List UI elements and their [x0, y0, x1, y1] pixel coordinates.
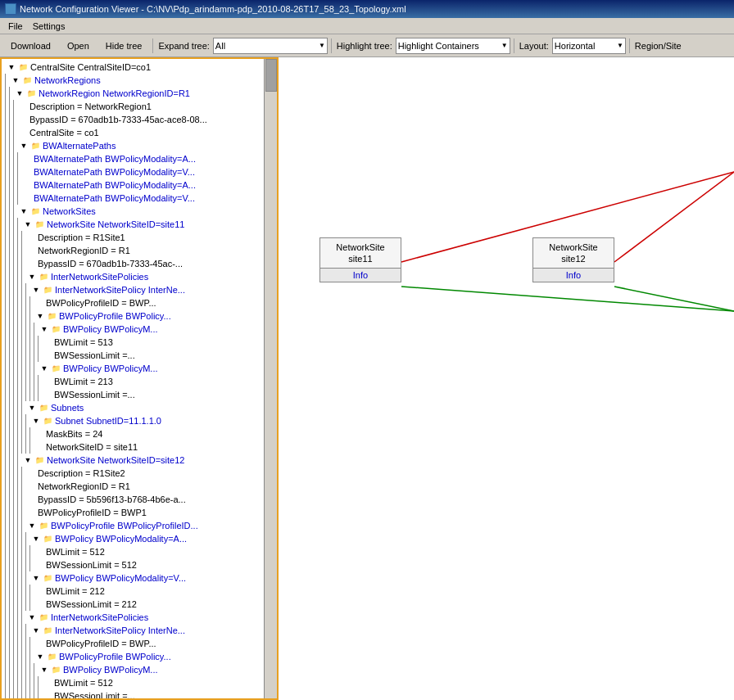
site12-line1: NetworkSite [535, 242, 612, 253]
sep3 [514, 38, 514, 53]
site12-line2: site12 [535, 253, 612, 264]
tree-scroll-thumb[interactable] [265, 59, 277, 92]
site12-info-button[interactable]: Info [533, 268, 614, 282]
expand-tree-label: Expand tree: [158, 41, 209, 51]
centralsite-label: CentralSite = co1 [29, 126, 99, 139]
tree-node-site12: ▼ 📁 NetworkSite NetworkSiteID=site12 Des… [21, 454, 277, 700]
open-button[interactable]: Open [60, 37, 97, 55]
highlight-tree-dropdown-arrow: ▼ [501, 42, 508, 49]
networkregions-row[interactable]: ▼ 📁 NetworkRegions [9, 74, 277, 87]
tree-panel[interactable]: ▼ 📁 CentralSite CentralSiteID=co1 ▼ 📁 Ne… [0, 57, 279, 700]
network-node-site12: NetworkSite site12 Info [532, 237, 614, 282]
tree-node-networkregion-r1: ▼ 📁 NetworkRegion NetworkRegionID=R1 Des… [13, 87, 277, 700]
highlight-tree-label: Highlight tree: [337, 41, 392, 51]
networkregions-icon: 📁 [21, 75, 33, 86]
bypassid-label: BypassID = 670adb1b-7333-45ac-ace8-08... [29, 113, 207, 126]
r1-label: NetworkRegion NetworkRegionID=R1 [39, 87, 190, 100]
download-button[interactable]: Download [3, 37, 58, 55]
site11-info-button[interactable]: Info [320, 268, 401, 282]
tree-scrollbar[interactable] [264, 59, 277, 698]
leaf-description: Description = NetworkRegion1 [17, 100, 277, 113]
networkregions-label: NetworkRegions [34, 74, 101, 87]
root-children: ▼ 📁 NetworkRegions ▼ 📁 NetworkRegion Net… [5, 74, 277, 700]
svg-line-3 [614, 287, 734, 311]
diagram-panel: NetworkSite site11 Info NetworkSite site… [279, 57, 734, 700]
root-expander[interactable]: ▼ [7, 62, 16, 72]
network-node-site11: NetworkSite site11 Info [319, 237, 401, 282]
expand-tree-dropdown[interactable]: All ▼ [213, 38, 328, 54]
highlight-tree-dropdown[interactable]: Highlight Containers ▼ [396, 38, 510, 54]
tree-node-networkregions: ▼ 📁 NetworkRegions ▼ 📁 NetworkRegion Net… [9, 74, 277, 700]
layout-dropdown[interactable]: Horizontal ▼ [552, 38, 626, 54]
menu-bar: File Settings [0, 18, 734, 34]
title-text: Network Configuration Viewer - C:\NV\Pdp… [20, 4, 406, 14]
expand-tree-value: All [215, 41, 225, 51]
layout-value: Horizontal [555, 41, 596, 51]
tree-root: ▼ 📁 CentralSite CentralSiteID=co1 ▼ 📁 Ne… [5, 61, 277, 700]
site12-header: NetworkSite site12 [533, 238, 614, 268]
app-icon [5, 3, 16, 15]
svg-line-1 [614, 172, 734, 262]
tree-site11-policies: ▼ 📁 InterNetworkSitePolicies [25, 270, 277, 401]
networkregions-expander[interactable]: ▼ [11, 75, 20, 85]
region-site-label: Region/Site [635, 41, 682, 51]
tree-root-row[interactable]: ▼ 📁 CentralSite CentralSiteID=co1 [5, 61, 277, 74]
description-label: Description = NetworkRegion1 [29, 100, 152, 113]
title-bar: Network Configuration Viewer - C:\NV\Pdp… [0, 0, 734, 18]
site11-line2: site11 [322, 253, 399, 264]
layout-label: Layout: [519, 41, 549, 51]
expand-tree-arrow: ▼ [319, 42, 325, 49]
root-label: CentralSite CentralSiteID=co1 [30, 61, 151, 74]
r1-expander[interactable]: ▼ [15, 88, 25, 98]
r1-children: Description = NetworkRegion1 BypassID = … [13, 100, 277, 700]
site11-line1: NetworkSite [322, 242, 399, 253]
layout-dropdown-arrow: ▼ [617, 42, 623, 49]
tree-node-bwalt: ▼ 📁 BWAlternatePaths BWAlternatePath BWP… [17, 139, 277, 205]
tree-site11-subnets: ▼ 📁 Subnets [25, 401, 277, 454]
tree-node-site11: ▼ 📁 NetworkSite NetworkSiteID=site11 Des… [21, 218, 277, 454]
networkregions-children: ▼ 📁 NetworkRegion NetworkRegionID=R1 Des… [9, 87, 277, 700]
diagram-svg [279, 57, 734, 700]
tree-node-networksites: ▼ 📁 NetworkSites [17, 205, 277, 700]
tree-site12-policies: ▼ 📁 InterNetworkSitePolicies [25, 611, 277, 700]
toolbar: Download Open Hide tree Expand tree: All… [0, 34, 734, 57]
site11-header: NetworkSite site11 [320, 238, 401, 268]
tree-content: ▼ 📁 CentralSite CentralSiteID=co1 ▼ 📁 Ne… [2, 59, 277, 700]
root-folder-icon: 📁 [17, 61, 29, 73]
svg-line-2 [401, 287, 734, 311]
menu-file[interactable]: File [3, 20, 28, 32]
hide-tree-button[interactable]: Hide tree [98, 37, 150, 55]
sep2 [331, 38, 332, 53]
menu-settings[interactable]: Settings [28, 20, 70, 32]
sep1 [152, 38, 153, 53]
networkregion-r1-row[interactable]: ▼ 📁 NetworkRegion NetworkRegionID=R1 [13, 87, 277, 100]
main-content: ▼ 📁 CentralSite CentralSiteID=co1 ▼ 📁 Ne… [0, 57, 734, 700]
highlight-tree-value: Highlight Containers [398, 41, 479, 51]
leaf-centralsite: CentralSite = co1 [17, 126, 277, 139]
r1-icon: 📁 [25, 88, 37, 99]
sep4 [629, 38, 630, 53]
leaf-bypassid: BypassID = 670adb1b-7333-45ac-ace8-08... [17, 113, 277, 126]
